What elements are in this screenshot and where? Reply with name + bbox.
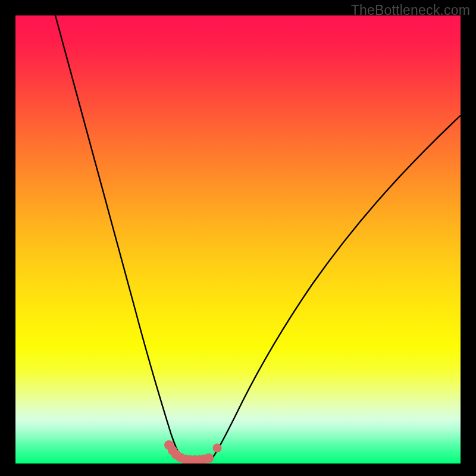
valley-markers bbox=[164, 440, 222, 464]
watermark-text: TheBottleneck.com bbox=[351, 2, 470, 18]
curve-right-branch bbox=[212, 115, 461, 459]
curve-left-branch bbox=[55, 15, 182, 459]
chart-svg bbox=[15, 15, 461, 464]
plot-area bbox=[15, 15, 461, 464]
svg-point-9 bbox=[204, 453, 214, 463]
chart-frame: TheBottleneck.com bbox=[0, 0, 476, 476]
svg-point-10 bbox=[213, 444, 222, 453]
